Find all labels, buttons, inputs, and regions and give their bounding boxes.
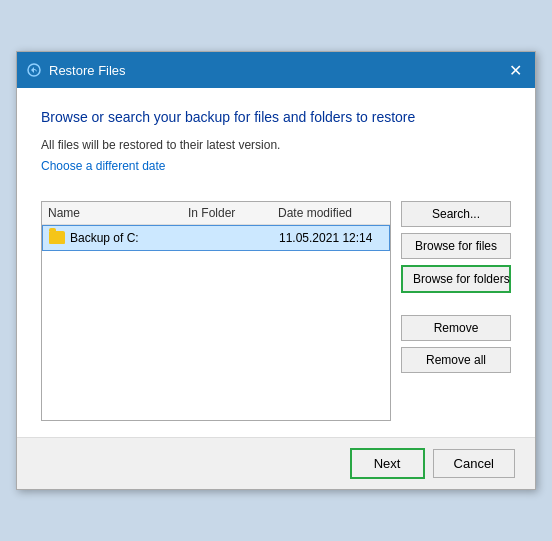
bottom-bar: Next Cancel	[17, 437, 535, 489]
row-name-text: Backup of C:	[70, 231, 139, 245]
restore-icon	[25, 61, 43, 79]
remove-all-button[interactable]: Remove all	[401, 347, 511, 373]
next-button[interactable]: Next	[350, 448, 425, 479]
search-button[interactable]: Search...	[401, 201, 511, 227]
choose-date-link[interactable]: Choose a different date	[41, 159, 166, 173]
table-body: Backup of C: 11.05.2021 12:14	[42, 225, 390, 420]
remove-button[interactable]: Remove	[401, 315, 511, 341]
title-bar-left: Restore Files	[25, 61, 126, 79]
sub-text: All files will be restored to their late…	[41, 138, 511, 152]
action-buttons: Search... Browse for files Browse for fo…	[401, 201, 511, 421]
main-content: Browse or search your backup for files a…	[17, 88, 535, 437]
col-folder-header: In Folder	[188, 206, 278, 220]
restore-files-window: Restore Files ✕ Browse or search your ba…	[16, 51, 536, 490]
title-bar: Restore Files ✕	[17, 52, 535, 88]
browse-folders-button[interactable]: Browse for folders	[401, 265, 511, 293]
window-title: Restore Files	[49, 63, 126, 78]
col-name-header: Name	[48, 206, 188, 220]
table-header: Name In Folder Date modified	[42, 202, 390, 225]
row-name: Backup of C:	[49, 231, 189, 245]
close-button[interactable]: ✕	[503, 58, 527, 82]
main-heading: Browse or search your backup for files a…	[41, 108, 511, 128]
folder-icon	[49, 231, 65, 244]
col-date-header: Date modified	[278, 206, 384, 220]
table-row[interactable]: Backup of C: 11.05.2021 12:14	[42, 225, 390, 251]
browse-files-button[interactable]: Browse for files	[401, 233, 511, 259]
file-table: Name In Folder Date modified Backup of C…	[41, 201, 391, 421]
row-date: 11.05.2021 12:14	[279, 231, 383, 245]
cancel-button[interactable]: Cancel	[433, 449, 515, 478]
file-area: Name In Folder Date modified Backup of C…	[41, 201, 511, 421]
